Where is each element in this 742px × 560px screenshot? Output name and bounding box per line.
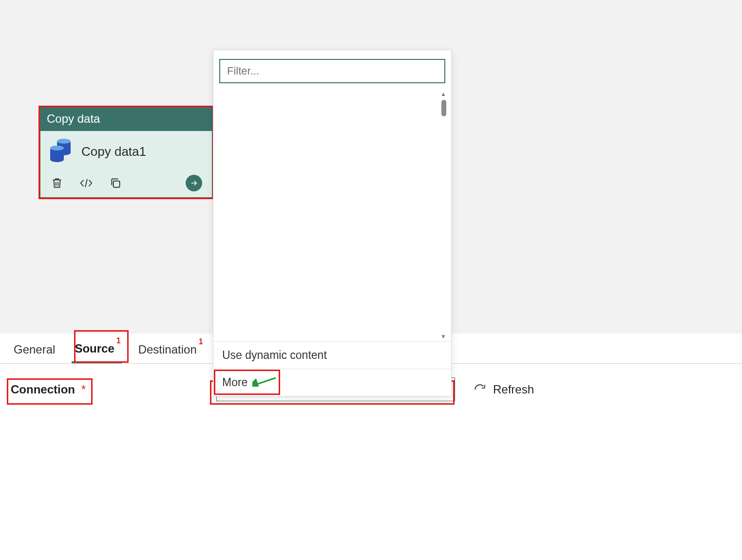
filter-input[interactable] [219, 59, 445, 83]
pipeline-canvas[interactable]: Copy data Copy data1 [0, 0, 742, 334]
copy-data-activity-card[interactable]: Copy data Copy data1 [38, 106, 214, 199]
refresh-button[interactable]: Refresh [474, 383, 534, 396]
connection-label-text: Connection [11, 383, 75, 396]
run-arrow-icon[interactable] [186, 175, 202, 191]
tab-destination[interactable]: Destination1 [135, 335, 204, 362]
required-asterisk: * [81, 383, 86, 396]
tab-source-label: Source [75, 342, 114, 355]
tab-general-label: General [14, 343, 55, 356]
refresh-icon [474, 383, 486, 396]
tab-source-badge: 1 [116, 336, 121, 345]
database-icon [50, 140, 71, 163]
tab-general[interactable]: General [11, 335, 58, 362]
scroll-down-icon[interactable]: ▼ [440, 333, 446, 340]
scroll-thumb[interactable] [441, 100, 446, 116]
annotation-arrow-icon [252, 376, 277, 387]
delete-icon[interactable] [50, 176, 64, 190]
tab-destination-badge: 1 [199, 337, 203, 346]
copy-icon[interactable] [109, 176, 122, 190]
refresh-label: Refresh [493, 383, 534, 396]
activity-header: Copy data [40, 107, 212, 131]
tab-destination-label: Destination [138, 343, 197, 356]
more-label: More [222, 376, 247, 389]
activity-name-label: Copy data1 [81, 144, 146, 159]
tab-source[interactable]: Source1 [72, 334, 121, 363]
more-option[interactable]: More [213, 369, 451, 396]
connection-label: Connection * [11, 383, 91, 396]
activity-body: Copy data1 [40, 131, 212, 198]
connection-dropdown-panel: ▲ ▼ Use dynamic content More [213, 50, 452, 396]
dropdown-list: ▲ ▼ [213, 89, 451, 341]
code-icon[interactable] [79, 176, 93, 190]
use-dynamic-content-option[interactable]: Use dynamic content [213, 341, 451, 369]
scrollbar[interactable]: ▲ ▼ [440, 89, 448, 341]
svg-line-1 [255, 378, 276, 385]
scroll-up-icon[interactable]: ▲ [440, 91, 446, 97]
svg-rect-0 [114, 181, 120, 187]
